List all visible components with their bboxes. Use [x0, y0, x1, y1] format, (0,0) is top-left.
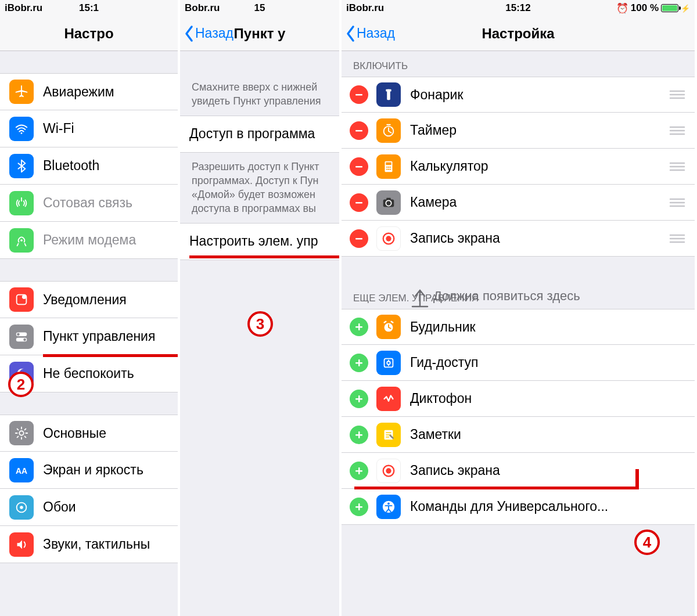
- status-time: 15: [254, 2, 265, 14]
- row-wallpaper[interactable]: Обои: [0, 489, 178, 526]
- back-label: Назад: [357, 26, 395, 41]
- drag-handle-icon[interactable]: [669, 233, 685, 244]
- row-calculator[interactable]: Калькулятор: [342, 149, 695, 185]
- row-alarm[interactable]: Будильник: [342, 309, 695, 345]
- status-bar: Bobr.ru 15: [180, 0, 339, 16]
- flashlight-icon: [376, 82, 401, 107]
- back-button[interactable]: Назад: [345, 25, 395, 42]
- row-toggles[interactable]: Пункт управления: [0, 318, 178, 355]
- annotation-note: Должна появиться здесь: [410, 284, 580, 308]
- row-voice[interactable]: Диктофон: [342, 381, 695, 417]
- drag-handle-icon[interactable]: [669, 197, 685, 208]
- row-label: Звуки, тактильны: [43, 536, 168, 552]
- svg-point-1: [20, 239, 23, 242]
- add-button[interactable]: [350, 462, 368, 480]
- annotation-badge-3: 3: [247, 311, 273, 337]
- alarm-icon: [376, 315, 401, 339]
- bluetooth-icon: [9, 154, 34, 178]
- svg-rect-43: [358, 431, 360, 438]
- add-button[interactable]: [350, 390, 368, 408]
- drag-handle-icon[interactable]: [669, 125, 685, 136]
- back-label: Назад: [195, 26, 233, 41]
- row-bluetooth[interactable]: Bluetooth: [0, 147, 178, 185]
- gear-icon: [9, 421, 34, 445]
- row-label: Bluetooth: [43, 158, 168, 174]
- row-label: Не беспокоить: [43, 366, 168, 381]
- nav-bar: Назад Настройка: [342, 16, 695, 51]
- row-label: Запись экрана: [410, 463, 685, 478]
- row-airplane[interactable]: Авиарежим: [0, 73, 178, 110]
- remove-button[interactable]: [350, 121, 368, 140]
- add-button[interactable]: [350, 426, 368, 444]
- svg-point-25: [390, 168, 391, 170]
- row-label: Заметки: [410, 427, 685, 442]
- status-carrier: iBobr.ru: [346, 2, 384, 14]
- status-time: 15:1: [79, 2, 99, 14]
- add-button[interactable]: [350, 354, 368, 372]
- accessibility-icon: [376, 495, 401, 519]
- back-button[interactable]: Назад: [184, 25, 233, 42]
- svg-point-0: [21, 132, 23, 134]
- row-label: Пункт управления: [43, 329, 168, 344]
- panel-settings: iBobr.ru 15:1 Настро АвиарежимWi-FiBluet…: [0, 0, 180, 616]
- row-label: Обои: [43, 499, 168, 515]
- row-label: Сотовая связь: [43, 195, 168, 211]
- row-cellular[interactable]: Сотовая связь: [0, 185, 178, 222]
- row-record[interactable]: Запись экрана: [342, 221, 695, 257]
- svg-point-22: [390, 166, 391, 167]
- drag-handle-icon[interactable]: [669, 89, 685, 100]
- row-guided[interactable]: Гид-доступ: [342, 345, 695, 381]
- svg-point-7: [23, 338, 26, 341]
- row-label: Гид-доступ: [410, 355, 685, 370]
- guided-icon: [376, 351, 401, 375]
- drag-handle-icon[interactable]: [669, 161, 685, 172]
- status-carrier: iBobr.ru: [5, 2, 42, 14]
- hotspot-icon: [9, 228, 34, 253]
- row-label: Уведомления: [43, 292, 168, 308]
- row-hotspot[interactable]: Режим модема: [0, 222, 178, 259]
- row-display[interactable]: AAЭкран и яркость: [0, 452, 178, 489]
- row-gear[interactable]: Основные: [0, 415, 178, 452]
- row-accessibility[interactable]: Команды для Универсального...: [342, 489, 695, 525]
- row-timer[interactable]: Таймер: [342, 113, 695, 149]
- row-notifications[interactable]: Уведомления: [0, 281, 178, 318]
- wifi-icon: [9, 117, 34, 141]
- add-button[interactable]: [350, 498, 368, 516]
- voice-icon: [376, 387, 401, 411]
- nav-title: Настро: [64, 26, 113, 42]
- status-carrier: Bobr.ru: [185, 2, 220, 14]
- row-wifi[interactable]: Wi-Fi: [0, 110, 178, 147]
- remove-button[interactable]: [350, 193, 368, 212]
- toggles-icon: [9, 325, 34, 349]
- add-button[interactable]: [350, 318, 368, 336]
- section-description: Смахните вверх с нижней увидеть Пункт уп…: [180, 51, 339, 116]
- row-notes[interactable]: Заметки: [342, 417, 695, 453]
- charging-icon: ⚡: [681, 4, 690, 13]
- status-time: 15:12: [505, 2, 530, 14]
- annotation-badge-2: 2: [8, 372, 34, 397]
- row-label: Диктофон: [410, 391, 685, 406]
- row-sound[interactable]: Звуки, тактильны: [0, 526, 178, 563]
- row-label: Режим модема: [43, 232, 168, 248]
- remove-button[interactable]: [350, 85, 368, 104]
- svg-point-23: [386, 168, 387, 170]
- row-label: Основные: [43, 426, 168, 441]
- status-bar: iBobr.ru 15:1: [0, 0, 178, 16]
- svg-rect-14: [386, 89, 391, 92]
- row-record[interactable]: Запись экрана: [342, 453, 695, 489]
- row-label: Авиарежим: [43, 84, 168, 100]
- row-camera[interactable]: Камера: [342, 185, 695, 221]
- cellular-icon: [9, 191, 34, 215]
- row-access-in-apps[interactable]: Доступ в программа: [180, 116, 339, 153]
- nav-title: Пункт у: [234, 26, 286, 42]
- row-label: Будильник: [410, 319, 685, 335]
- svg-point-48: [386, 468, 391, 473]
- alarm-icon: ⏰: [616, 2, 628, 15]
- svg-rect-46: [358, 467, 360, 474]
- display-icon: AA: [9, 458, 34, 482]
- row-customize-controls[interactable]: Настроить элем. упр: [180, 223, 339, 260]
- row-flashlight[interactable]: Фонарик: [342, 77, 695, 113]
- remove-button[interactable]: [350, 157, 368, 176]
- notes-icon: [376, 423, 401, 447]
- remove-button[interactable]: [350, 229, 368, 248]
